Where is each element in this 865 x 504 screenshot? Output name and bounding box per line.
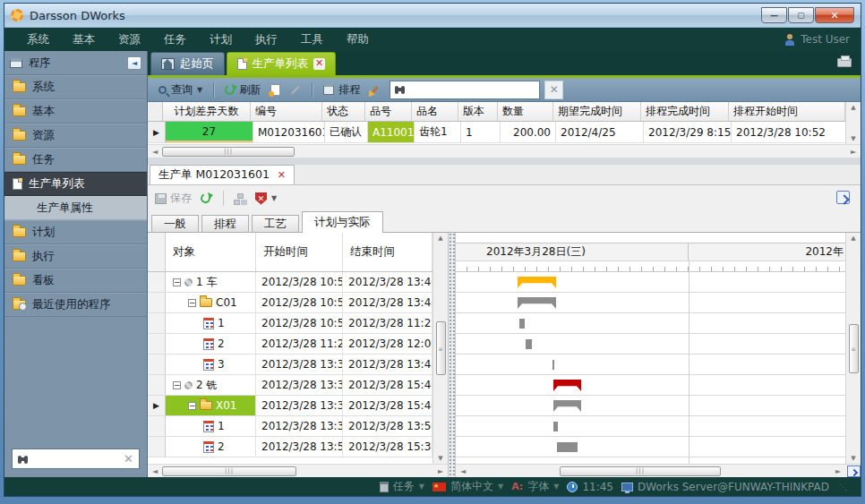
tree-row-8[interactable]: 22012/3/28 13:502012/3/28 15:30 xyxy=(148,437,432,457)
grid-column-header-0[interactable]: 计划差异天数 xyxy=(163,102,251,121)
sidebar-item-2[interactable]: 资源 xyxy=(4,124,147,148)
grid-column-header-5[interactable]: 版本 xyxy=(458,102,498,121)
sidebar-item-8[interactable]: 看板 xyxy=(4,269,147,293)
scroll-right-icon[interactable]: ► xyxy=(433,467,448,475)
title-bar[interactable]: Darsson DWorks — ▢ ✕ xyxy=(4,4,861,28)
expand-icon[interactable]: − xyxy=(173,381,181,389)
dropdown-icon[interactable]: ▼ xyxy=(498,483,503,491)
resize-grip[interactable]: ⋱ xyxy=(839,483,848,491)
gantt-bar[interactable] xyxy=(526,339,532,349)
tree-row-3[interactable]: 22012/3/28 11:222012/3/28 12:00 xyxy=(148,334,432,355)
scroll-left-icon[interactable]: ◄ xyxy=(148,467,162,475)
tree-row-2[interactable]: 12012/3/28 10:522012/3/28 11:22 xyxy=(148,313,432,334)
gantt-bar[interactable] xyxy=(557,442,578,452)
detail-tab-2[interactable]: 工艺 xyxy=(252,215,299,233)
menu-item-3[interactable]: 任务 xyxy=(152,32,198,47)
gantt-bar[interactable] xyxy=(518,277,556,288)
tree-vertical-scrollbar[interactable]: ▲≡▼ xyxy=(432,233,448,464)
sidebar-search-clear-icon[interactable]: ✕ xyxy=(124,452,133,466)
gantt-bar[interactable] xyxy=(518,297,556,309)
scroll-right-icon[interactable]: ► xyxy=(831,467,845,475)
detail-doc-tab[interactable]: 生产单 M012031601 ✕ xyxy=(150,165,295,184)
dropdown-icon[interactable]: ▼ xyxy=(419,483,424,491)
tree-row-4[interactable]: 32012/3/28 13:302012/3/28 13:40 xyxy=(148,355,432,375)
sidebar-item-1[interactable]: 基本 xyxy=(4,99,147,124)
query-dropdown-icon[interactable]: ▼ xyxy=(197,86,202,94)
horizontal-splitter[interactable] xyxy=(148,158,861,165)
tree-column-header-0[interactable]: 对象 xyxy=(166,233,256,271)
toolbar-search-clear-button[interactable]: ✕ xyxy=(544,81,563,99)
tab-0[interactable]: 起始页 xyxy=(150,52,225,75)
detail-tab-close-icon[interactable]: ✕ xyxy=(278,169,286,181)
tab-close-icon[interactable]: ✕ xyxy=(313,58,325,70)
scroll-right-icon[interactable]: ► xyxy=(846,148,861,156)
table-row[interactable]: ▶27M012031601已确认A11001齿轮11200.002012/4/2… xyxy=(148,122,845,143)
status-language-menu[interactable]: ★ 简体中文 ▼ xyxy=(432,479,503,494)
tree-column-header-1[interactable]: 开始时间 xyxy=(256,233,343,271)
clean-button[interactable] xyxy=(367,84,382,96)
menu-item-7[interactable]: 帮助 xyxy=(335,32,381,47)
validate-button[interactable]: ✕ ▼ xyxy=(253,191,279,207)
grid-column-header-1[interactable]: 编号 xyxy=(251,102,322,121)
tree-row-6[interactable]: ▶−X012012/3/28 13:302012/3/28 15:40 xyxy=(148,396,432,416)
grid-column-header-3[interactable]: 品号 xyxy=(365,102,412,121)
scroll-left-icon[interactable]: ◄ xyxy=(456,467,470,475)
gantt-bar[interactable] xyxy=(553,380,581,391)
gantt-bar[interactable] xyxy=(519,319,525,329)
tree-object-cell[interactable]: −2 铣 xyxy=(166,375,256,395)
grid-column-header-6[interactable]: 数量 xyxy=(498,102,553,121)
sidebar-item-3[interactable]: 任务 xyxy=(4,148,147,172)
tree-object-cell[interactable]: 2 xyxy=(166,334,256,354)
workflow-button[interactable] xyxy=(234,193,246,204)
menu-item-1[interactable]: 基本 xyxy=(61,32,107,47)
menu-item-0[interactable]: 系统 xyxy=(15,32,61,47)
validate-dropdown-icon[interactable]: ▼ xyxy=(271,194,277,202)
grid-hscroll-thumb[interactable]: ||| xyxy=(162,147,295,157)
tree-column-header-2[interactable]: 结束时间 xyxy=(343,233,432,271)
dropdown-icon[interactable]: ▼ xyxy=(553,483,559,491)
menu-item-6[interactable]: 工具 xyxy=(289,32,335,47)
sidebar-collapse-button[interactable]: ◄ xyxy=(127,56,141,70)
toolbar-search-input[interactable] xyxy=(390,81,540,99)
tree-row-0[interactable]: −1 车2012/3/28 10:522012/3/28 13:40 xyxy=(148,272,432,293)
tree-object-cell[interactable]: −X01 xyxy=(166,396,256,415)
grid-column-header-7[interactable]: 期望完成时间 xyxy=(553,102,641,121)
tree-horizontal-scrollbar[interactable]: ◄ ||| ► xyxy=(148,464,448,477)
minimize-button[interactable]: — xyxy=(761,7,787,23)
sidebar-item-6[interactable]: 计划 xyxy=(4,220,147,244)
gantt-bar[interactable] xyxy=(553,422,558,431)
menu-item-5[interactable]: 执行 xyxy=(244,32,289,47)
detail-refresh-button[interactable] xyxy=(198,192,213,205)
grid-vertical-scrollbar[interactable]: ▲▼ xyxy=(845,102,861,144)
tab-1[interactable]: 生产单列表✕ xyxy=(227,52,337,75)
sidebar-item-9[interactable]: 最近使用的程序 xyxy=(4,293,147,317)
sidebar-item-4[interactable]: 生产单列表 xyxy=(4,172,147,196)
detail-tab-0[interactable]: 一般 xyxy=(151,215,199,233)
current-user[interactable]: Test User xyxy=(784,33,850,46)
tree-object-cell[interactable]: 3 xyxy=(166,355,256,374)
grid-column-header-9[interactable]: 排程开始时间 xyxy=(729,102,845,121)
menu-item-2[interactable]: 资源 xyxy=(107,32,152,47)
expand-icon[interactable]: − xyxy=(173,278,181,286)
status-font-menu[interactable]: A: 字体 ▼ xyxy=(511,479,559,494)
tree-row-5[interactable]: −2 铣2012/3/28 13:302012/3/28 15:40 xyxy=(148,375,432,396)
edit-button[interactable] xyxy=(287,87,304,93)
tree-row-1[interactable]: −C012012/3/28 10:522012/3/28 13:40 xyxy=(148,293,432,313)
expand-icon[interactable]: − xyxy=(188,402,196,410)
grid-horizontal-scrollbar[interactable]: ◄ ||| ► xyxy=(148,144,861,158)
query-button[interactable]: 查询 ▼ xyxy=(156,81,205,99)
menu-item-4[interactable]: 计划 xyxy=(198,32,244,47)
restore-button[interactable]: ▢ xyxy=(788,7,814,23)
tree-row-7[interactable]: 12012/3/28 13:302012/3/28 13:50 xyxy=(148,416,432,437)
tree-object-cell[interactable]: 1 xyxy=(166,313,256,333)
tree-object-cell[interactable]: 1 xyxy=(166,416,256,436)
sidebar-item-5[interactable]: 生产单属性 xyxy=(4,196,147,220)
schedule-button[interactable]: 排程 xyxy=(321,81,363,99)
save-button[interactable]: 保存 xyxy=(155,191,192,206)
grid-column-header-4[interactable]: 品名 xyxy=(412,102,458,121)
sidebar-item-7[interactable]: 执行 xyxy=(4,244,147,269)
tree-object-cell[interactable]: 2 xyxy=(166,437,256,457)
close-button[interactable]: ✕ xyxy=(815,7,854,23)
tree-object-cell[interactable]: −1 车 xyxy=(166,272,256,292)
sidebar-search-input[interactable]: ✕ xyxy=(12,448,140,469)
